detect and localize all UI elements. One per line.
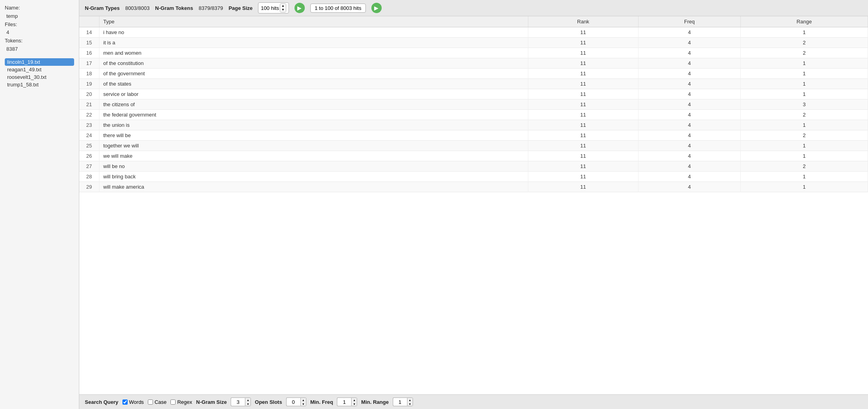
cell-range: 2 — [741, 161, 868, 172]
ngram-size-input[interactable]: 3 — [231, 398, 245, 406]
open-slots-input[interactable]: 0 — [286, 398, 300, 406]
cell-range: 1 — [741, 89, 868, 99]
min-range-up[interactable]: ▲ — [407, 398, 413, 402]
words-checkbox[interactable] — [122, 399, 128, 405]
table-row[interactable]: 29 will make america 11 4 1 — [79, 182, 868, 192]
sidebar-file-item[interactable]: roosevelt1_30.txt — [5, 73, 74, 81]
table-row[interactable]: 16 men and women 11 4 2 — [79, 48, 868, 58]
cell-rank: 11 — [528, 27, 638, 38]
cell-range: 3 — [741, 99, 868, 110]
open-slots-stepper: 0 ▲ ▼ — [286, 398, 306, 406]
table-row[interactable]: 19 of the states 11 4 1 — [79, 79, 868, 89]
ngram-size-up[interactable]: ▲ — [245, 398, 250, 402]
col-range[interactable]: Range — [741, 16, 868, 27]
tokens-value: 8387 — [6, 45, 74, 54]
min-range-input[interactable]: 1 — [393, 398, 407, 406]
cell-rank: 11 — [528, 182, 638, 192]
min-freq-arrows[interactable]: ▲ ▼ — [351, 398, 357, 406]
prev-page-button[interactable]: ▶ — [294, 3, 305, 13]
sidebar-file-item[interactable]: lincoln1_19.txt — [5, 58, 74, 66]
cell-freq: 4 — [638, 161, 740, 172]
table-row[interactable]: 18 of the government 11 4 1 — [79, 69, 868, 79]
cell-range: 2 — [741, 110, 868, 120]
table-row[interactable]: 23 the union is 11 4 1 — [79, 120, 868, 130]
ngram-types-value: 8003/8003 — [125, 5, 149, 11]
cell-num: 15 — [79, 38, 99, 48]
cell-freq: 4 — [638, 110, 740, 120]
sidebar-meta: Name: temp Files: 4 Tokens: 8387 — [5, 4, 74, 54]
cell-freq: 4 — [638, 38, 740, 48]
ngram-tokens-label: N-Gram Tokens — [155, 5, 193, 11]
cell-range: 1 — [741, 120, 868, 130]
cell-num: 18 — [79, 69, 99, 79]
regex-checkbox-group: Regex — [170, 399, 192, 405]
table-row[interactable]: 20 service or labor 11 4 1 — [79, 89, 868, 99]
table-row[interactable]: 21 the citizens of 11 4 3 — [79, 99, 868, 110]
min-range-stepper: 1 ▲ ▼ — [393, 398, 413, 406]
cell-range: 2 — [741, 130, 868, 141]
cell-rank: 11 — [528, 120, 638, 130]
table-row[interactable]: 22 the federal government 11 4 2 — [79, 110, 868, 120]
ngram-size-arrows[interactable]: ▲ ▼ — [245, 398, 251, 406]
cell-range: 2 — [741, 48, 868, 58]
page-size-select[interactable]: 100 hits ▲ ▼ — [258, 2, 289, 13]
open-slots-down[interactable]: ▼ — [301, 402, 306, 406]
col-rank[interactable]: Rank — [528, 16, 638, 27]
cell-type: we will make — [99, 151, 528, 161]
open-slots-arrows[interactable]: ▲ ▼ — [300, 398, 306, 406]
cell-type: men and women — [99, 48, 528, 58]
sidebar-file-item[interactable]: reagan1_49.txt — [5, 66, 74, 73]
open-slots-label: Open Slots — [255, 399, 282, 405]
table-row[interactable]: 27 will be no 11 4 2 — [79, 161, 868, 172]
cell-type: service or labor — [99, 89, 528, 99]
open-slots-up[interactable]: ▲ — [301, 398, 306, 402]
cell-rank: 11 — [528, 151, 638, 161]
cell-type: i have no — [99, 27, 528, 38]
cell-range: 1 — [741, 182, 868, 192]
tokens-label: Tokens: — [5, 37, 74, 45]
cell-num: 14 — [79, 27, 99, 38]
table-row[interactable]: 25 together we will 11 4 1 — [79, 141, 868, 151]
col-freq[interactable]: Freq — [638, 16, 740, 27]
table-row[interactable]: 28 will bring back 11 4 1 — [79, 172, 868, 182]
cell-range: 1 — [741, 69, 868, 79]
min-range-down[interactable]: ▼ — [407, 402, 413, 406]
next-page-button[interactable]: ▶ — [371, 3, 382, 13]
pagination-info: 1 to 100 of 8003 hits — [310, 4, 366, 13]
toolbar-top: N-Gram Types 8003/8003 N-Gram Tokens 837… — [79, 0, 868, 16]
table-row[interactable]: 14 i have no 11 4 1 — [79, 27, 868, 38]
table-row[interactable]: 15 it is a 11 4 2 — [79, 38, 868, 48]
col-type[interactable]: Type — [99, 16, 528, 27]
files-label: Files: — [5, 21, 74, 29]
cell-type: of the constitution — [99, 58, 528, 69]
min-freq-down[interactable]: ▼ — [352, 402, 357, 406]
cell-freq: 4 — [638, 172, 740, 182]
cell-range: 1 — [741, 151, 868, 161]
cell-num: 25 — [79, 141, 99, 151]
table-row[interactable]: 17 of the constitution 11 4 1 — [79, 58, 868, 69]
cell-range: 1 — [741, 172, 868, 182]
ngram-size-down[interactable]: ▼ — [245, 402, 250, 406]
cell-freq: 4 — [638, 141, 740, 151]
cell-num: 27 — [79, 161, 99, 172]
cell-type: will make america — [99, 182, 528, 192]
regex-checkbox[interactable] — [170, 399, 176, 405]
page-size-down[interactable]: ▼ — [280, 8, 286, 12]
cell-range: 2 — [741, 38, 868, 48]
cell-freq: 4 — [638, 58, 740, 69]
min-freq-stepper: 1 ▲ ▼ — [337, 398, 357, 406]
min-range-arrows[interactable]: ▲ ▼ — [407, 398, 413, 406]
min-freq-input[interactable]: 1 — [337, 398, 351, 406]
cell-rank: 11 — [528, 79, 638, 89]
file-list: lincoln1_19.txtreagan1_49.txtroosevelt1_… — [5, 58, 74, 88]
min-freq-up[interactable]: ▲ — [352, 398, 357, 402]
page-size-stepper[interactable]: ▲ ▼ — [280, 4, 286, 12]
words-checkbox-group: Words — [122, 399, 144, 405]
page-size-up[interactable]: ▲ — [280, 4, 286, 8]
case-checkbox[interactable] — [148, 399, 153, 405]
table-row[interactable]: 24 there will be 11 4 2 — [79, 130, 868, 141]
table-row[interactable]: 26 we will make 11 4 1 — [79, 151, 868, 161]
sidebar-file-item[interactable]: trump1_58.txt — [5, 81, 74, 88]
table-header-row: Type Rank Freq Range — [79, 16, 868, 27]
cell-type: of the states — [99, 79, 528, 89]
